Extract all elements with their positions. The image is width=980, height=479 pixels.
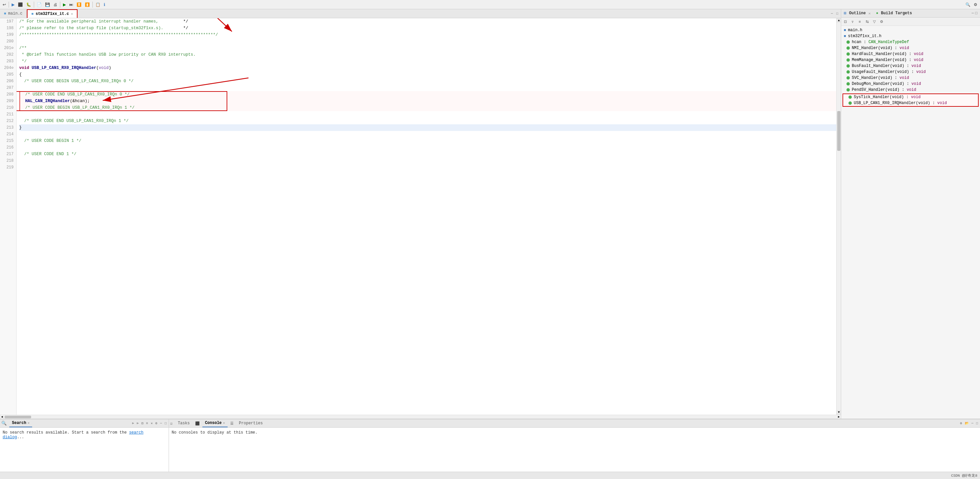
outline-item-nmi[interactable]: NMI_Handler(void) : void (841, 45, 980, 51)
scroll-up-button[interactable]: ▲ (837, 18, 841, 23)
outline-item-stm32-it-h[interactable]: ■ stm32f1xx_it.h (841, 33, 980, 39)
console-tab[interactable]: Console ✕ (202, 419, 228, 427)
bottom-right-tab-bar: ☑ Tasks ⬛ Console ✕ ☰ Properties ⚙ 📂 ─ □ (169, 419, 980, 428)
separator-1 (9, 2, 9, 8)
outline-item-pendsv[interactable]: PendSV_Handler(void) : void (841, 87, 980, 93)
bottom-settings-button[interactable]: ⚙ (155, 421, 158, 426)
search-tab-close[interactable]: ✕ (27, 421, 30, 425)
outline-label-usagefault: UsageFault_Handler(void) : void (852, 70, 926, 74)
bottom-expand-button[interactable]: ≡ (145, 421, 149, 426)
search-icon-top[interactable]: 🔍 (964, 2, 972, 8)
outline-label-hcan: hcan : CAN_HandleTypeDef (852, 40, 909, 45)
print-button[interactable]: 🖨 (52, 2, 59, 8)
tab-stm32f1xx-it-c[interactable]: ■ stm32f1xx_it.c ✕ (27, 9, 78, 18)
outline-item-systick[interactable]: SysTick_Handler(void) : void (843, 94, 978, 100)
code-editor[interactable]: 197 198 199 200 201⊖ 202 203 204⊖ 205 20… (0, 18, 841, 415)
new-file-button[interactable]: 📄 (35, 2, 43, 8)
bottom-cancel-button[interactable]: ✕ (150, 421, 153, 426)
line-num-209: 209 (3, 98, 14, 104)
step-over-button[interactable]: ⏭ (68, 2, 75, 8)
tab-main-c[interactable]: ■ main.c (0, 9, 27, 18)
collapse-all-button[interactable]: ⊡ (842, 18, 848, 25)
bottom-collapse-button[interactable]: ⊟ (141, 421, 144, 426)
filter-button[interactable]: ▽ (871, 18, 878, 25)
code-line-208: /* USER CODE END USB_LP_CAN1_RX0_IRQn 0 … (19, 91, 838, 98)
horizontal-scrollbar[interactable]: ◀ ▶ (0, 415, 841, 419)
link-editor-button[interactable]: ⇆ (864, 18, 870, 25)
outline-item-usagefault[interactable]: UsageFault_Handler(void) : void (841, 69, 980, 75)
h-scroll-right[interactable]: ▶ (837, 415, 841, 419)
outline-item-hcan[interactable]: hcan : CAN_HandleTypeDef (841, 39, 980, 45)
hide-fields-button[interactable]: ≡ (856, 18, 863, 25)
tab-file-icon-stm32: ■ (32, 12, 34, 16)
scrollbar-thumb[interactable] (837, 111, 840, 151)
outline-label-pendsv: PendSV_Handler(void) : void (852, 88, 916, 92)
console-tab-close[interactable]: ✕ (223, 421, 225, 425)
line-num-210: 210 (3, 104, 14, 111)
dot-memmanage (846, 58, 850, 62)
br-minimize-button[interactable]: ─ (971, 421, 974, 426)
build-button[interactable]: ▶ (10, 2, 16, 8)
dot-usagefault (846, 70, 850, 73)
minimize-editor-button[interactable]: ─ (830, 11, 834, 16)
dot-pendsv (846, 88, 850, 91)
outline-item-debugmon[interactable]: DebugMon_Handler(void) : void (841, 81, 980, 87)
line-num-199: 199 (3, 32, 14, 38)
outline-item-memmanage[interactable]: MemManage_Handler(void) : void (841, 57, 980, 63)
settings-button[interactable]: ⚙ (972, 2, 979, 8)
outline-item-hardfault[interactable]: HardFault_Handler(void) : void (841, 51, 980, 57)
stop-button[interactable]: ⬛ (17, 2, 24, 8)
line-num-218: 218 (3, 158, 14, 164)
run-button[interactable]: ▶ (62, 2, 67, 8)
editor-area: ■ main.c ■ stm32f1xx_it.c ✕ ─ □ (0, 9, 841, 419)
maximize-outline-button[interactable]: □ (975, 11, 977, 15)
open-perspective-button[interactable]: 📋 (94, 2, 102, 8)
debug-button[interactable]: 🐛 (25, 2, 32, 8)
h-scrollbar-thumb[interactable] (5, 416, 31, 418)
undo-button[interactable]: ↩ (1, 2, 7, 8)
outline-item-main-h[interactable]: ■ main.h (841, 27, 980, 33)
info-button[interactable]: ℹ (102, 2, 107, 8)
bottom-minimize-button[interactable]: ─ (159, 421, 163, 426)
outline-item-usblp-can1[interactable]: USB_LP_CAN1_RX0_IRQHandler(void) : void (843, 100, 978, 106)
outline-label-systick: SysTick_Handler(void) : void (854, 95, 921, 99)
br-settings-button[interactable]: ⚙ (959, 421, 963, 426)
properties-icon: ☰ (230, 422, 234, 426)
code-line-201: /** (19, 45, 838, 51)
properties-tab-label: Properties (239, 421, 263, 426)
step-return-button[interactable]: ⏫ (83, 2, 91, 8)
line-num-208: 208 (3, 91, 14, 98)
sort-button[interactable]: ⍒ (849, 18, 856, 25)
code-line-211 (19, 111, 838, 118)
separator-2 (34, 2, 34, 8)
status-bar: CSDN @好奇龙8 (0, 472, 980, 479)
code-line-204: void USB_LP_CAN1_RX0_IRQHandler(void) (19, 65, 838, 71)
step-into-button[interactable]: ⏬ (75, 2, 83, 8)
main-toolbar: ↩ ▶ ⬛ 🐛 📄 💾 🖨 ▶ ⏭ ⏬ ⏫ 📋 ℹ 🔍 ⚙ (0, 0, 980, 9)
scroll-down-button[interactable]: ▼ (837, 410, 841, 415)
tab-label-main-c: main.c (8, 11, 22, 16)
maximize-editor-button[interactable]: □ (835, 11, 840, 16)
br-maximize-button[interactable]: □ (975, 421, 979, 426)
outline-item-busfault[interactable]: BusFault_Handler(void) : void (841, 63, 980, 69)
br-open-button[interactable]: 📂 (964, 421, 969, 426)
vertical-scrollbar[interactable]: ▲ ▼ (836, 18, 841, 415)
h-scroll-left[interactable]: ◀ (0, 415, 4, 419)
bottom-maximize-button[interactable]: □ (164, 421, 167, 426)
bottom-next-button[interactable]: ⊳ (136, 421, 140, 426)
build-targets-icon: ● (876, 11, 878, 16)
tasks-tab[interactable]: Tasks (175, 420, 192, 427)
dot-svc (846, 76, 850, 80)
bottom-prev-button[interactable]: ⊳ (132, 421, 135, 426)
minimize-outline-button[interactable]: ─ (972, 11, 974, 15)
settings-outline-button[interactable]: ⚙ (878, 18, 885, 25)
outline-panel: ⊞ Outline ✕ ● Build Targets ─ □ ⊡ ⍒ ≡ ⇆ … (841, 9, 980, 419)
outline-item-svc[interactable]: SVC_Handler(void) : void (841, 75, 980, 81)
line-num-200: 200 (3, 38, 14, 45)
save-button[interactable]: 💾 (44, 2, 51, 8)
dot-hardfault (846, 53, 850, 56)
tab-close-button[interactable]: ✕ (71, 12, 73, 16)
search-tab[interactable]: Search ✕ (9, 419, 32, 427)
dot-debugmon (846, 82, 850, 86)
properties-tab[interactable]: Properties (236, 420, 266, 427)
